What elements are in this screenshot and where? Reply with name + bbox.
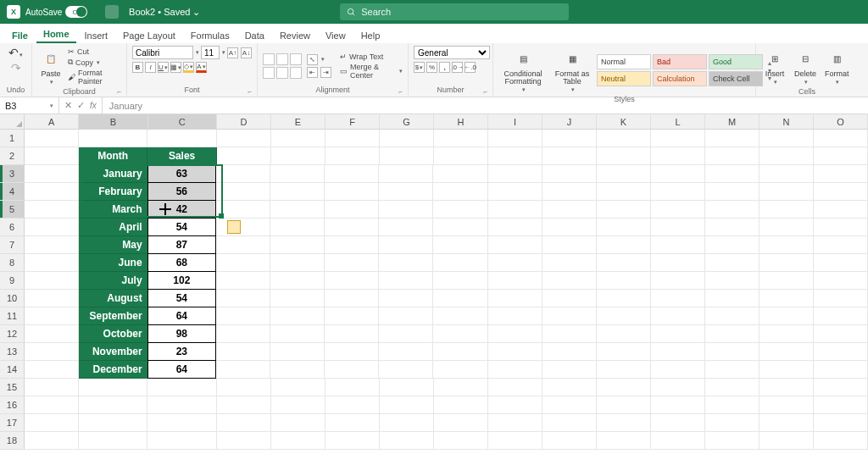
cell-J18[interactable] [542,432,597,450]
cell-N10[interactable] [760,290,814,307]
formula-text[interactable]: January [103,101,149,111]
cell-O8[interactable] [814,254,868,272]
cell-B7[interactable]: May [79,236,148,254]
cell-A11[interactable] [25,307,79,325]
column-header-G[interactable]: G [380,114,434,129]
cell-F5[interactable] [325,201,379,219]
cell-N14[interactable] [760,361,814,379]
spreadsheet-grid[interactable]: ABCDEFGHIJKLMNO 12MonthSales3January634F… [0,114,868,454]
column-header-H[interactable]: H [434,114,488,129]
cell-D13[interactable] [216,343,270,361]
cell-A4[interactable] [25,183,79,201]
cell-D6[interactable] [216,219,270,236]
cell-M9[interactable] [705,272,760,290]
cell-F11[interactable] [325,307,379,325]
cell-B10[interactable]: August [79,290,148,307]
cell-D10[interactable] [216,290,270,307]
cell-H10[interactable] [433,290,487,307]
cell-M12[interactable] [705,325,760,343]
cell-L2[interactable] [651,147,705,165]
format-cells-button[interactable]: ▥Format▾ [822,46,852,87]
cell-D5[interactable] [216,201,270,219]
cell-J10[interactable] [542,290,597,307]
column-header-F[interactable]: F [326,114,380,129]
cell-B5[interactable]: March [79,201,148,219]
font-name-input[interactable] [132,46,193,59]
cell-A1[interactable] [25,130,79,147]
cell-H1[interactable] [434,130,488,147]
insert-cells-button[interactable]: ⊞Insert▾ [761,46,788,87]
cell-H2[interactable] [434,147,488,165]
cell-A3[interactable] [25,165,79,183]
cell-L16[interactable] [651,396,705,414]
cell-M13[interactable] [705,343,760,361]
cell-A7[interactable] [25,236,79,254]
cell-M18[interactable] [705,432,760,450]
cell-G13[interactable] [379,343,433,361]
alignment-grid[interactable] [263,53,302,79]
row-header[interactable]: 13 [0,343,25,361]
tab-review[interactable]: Review [273,27,317,43]
cell-J14[interactable] [542,361,597,379]
quick-analysis-icon[interactable] [227,220,241,234]
row-header[interactable]: 11 [0,307,25,325]
cell-C4[interactable]: 56 [147,182,217,201]
cell-C9[interactable]: 102 [147,271,217,290]
cell-L10[interactable] [651,290,705,307]
cell-I18[interactable] [488,432,542,450]
column-header-A[interactable]: A [25,114,79,129]
format-as-table-button[interactable]: ▦Format as Table▾ [551,46,593,95]
cell-C12[interactable]: 98 [147,324,217,343]
cell-E16[interactable] [271,396,326,414]
column-header-M[interactable]: M [705,114,760,129]
format-painter-button[interactable]: 🖌Format Painter [68,69,121,86]
cell-C6[interactable]: 54 [147,218,217,236]
select-all-corner[interactable] [0,114,25,129]
cell-H5[interactable] [433,201,487,219]
cell-F17[interactable] [326,414,380,432]
cell-K12[interactable] [597,325,651,343]
cell-E5[interactable] [270,201,325,219]
cell-N6[interactable] [760,219,814,236]
cell-H14[interactable] [433,361,487,379]
cell-M17[interactable] [705,414,760,432]
cell-J3[interactable] [542,165,597,183]
cell-J9[interactable] [542,272,597,290]
cell-F2[interactable] [326,147,380,165]
cell-E11[interactable] [270,307,325,325]
cell-G5[interactable] [379,201,433,219]
cell-N18[interactable] [760,432,814,450]
cell-K3[interactable] [597,165,651,183]
cell-A2[interactable] [25,147,79,165]
cell-K2[interactable] [597,147,651,165]
cell-E9[interactable] [270,272,325,290]
cell-M5[interactable] [705,201,760,219]
cell-O9[interactable] [814,272,868,290]
cell-I10[interactable] [488,290,542,307]
cell-C5[interactable]: 42 [147,200,217,219]
style-neutral[interactable]: Neutral [597,71,651,86]
tab-page-layout[interactable]: Page Layout [116,27,182,43]
cell-E3[interactable] [270,165,325,183]
cell-A15[interactable] [25,379,79,396]
currency-button[interactable]: $▾ [414,62,425,73]
cell-I14[interactable] [488,361,542,379]
cell-F3[interactable] [325,165,379,183]
cell-M7[interactable] [705,236,760,254]
cell-H13[interactable] [433,343,487,361]
cell-M4[interactable] [705,183,760,201]
cell-D3[interactable] [216,165,270,183]
cell-C10[interactable]: 54 [147,289,217,307]
cell-E2[interactable] [271,147,326,165]
cancel-formula-icon[interactable]: ✕ [64,100,72,111]
cell-F13[interactable] [325,343,379,361]
cell-E17[interactable] [271,414,326,432]
cell-C8[interactable]: 68 [147,253,217,272]
percent-button[interactable]: % [426,62,437,73]
cell-J2[interactable] [542,147,597,165]
cell-N12[interactable] [760,325,814,343]
cell-O6[interactable] [814,219,868,236]
tab-data[interactable]: Data [238,27,271,43]
increase-decimal-button[interactable]: .0→ [452,62,463,73]
cell-N8[interactable] [760,254,814,272]
